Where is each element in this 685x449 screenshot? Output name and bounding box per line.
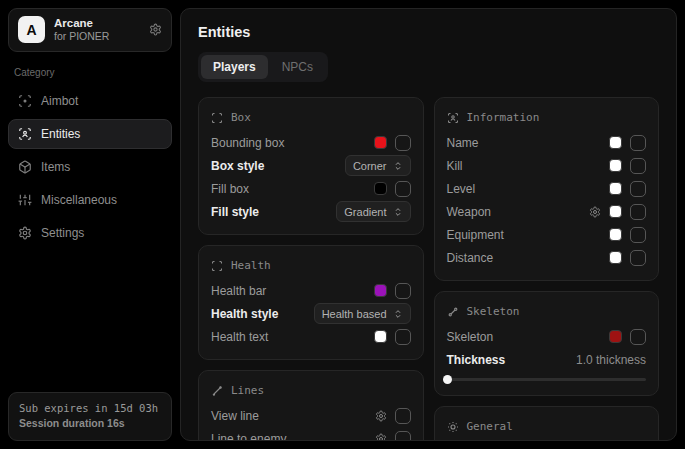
sidebar-item-aimbot[interactable]: Aimbot [8, 86, 172, 116]
setting-row-box-style: Box style Corner [211, 154, 411, 177]
setting-row-equipment: Equipment [447, 223, 647, 246]
checkbox[interactable] [630, 158, 646, 174]
setting-row-fill-style: Fill style Gradient [211, 200, 411, 223]
setting-row-distance: Distance [447, 246, 647, 269]
setting-row-name: Name [447, 131, 647, 154]
color-swatch[interactable] [374, 330, 387, 343]
checkbox[interactable] [630, 204, 646, 220]
color-swatch[interactable] [609, 136, 622, 149]
sidebar: A Arcane for PIONER Category Aimbot Enti… [8, 8, 172, 441]
setting-row-health-style: Health style Health based [211, 302, 411, 325]
sidebar-item-label: Settings [41, 226, 84, 240]
setting-row-health-text: Health text [211, 325, 411, 348]
setting-row-fill-box: Fill box [211, 177, 411, 200]
category-label: Category [14, 67, 166, 78]
chevrons-up-down-icon [393, 207, 403, 217]
checkbox[interactable] [395, 329, 411, 345]
app-logo: A [18, 16, 45, 43]
thickness-value: 1.0 thickness [576, 353, 646, 367]
setting-row-visibility-check: Visibility check [447, 440, 647, 441]
setting-row-weapon: Weapon [447, 200, 647, 223]
card-skeleton: Skeleton Skeleton Thickness 1.0 thicknes… [434, 291, 660, 396]
card-title: Health [231, 259, 271, 272]
pencil-line-icon [211, 385, 223, 397]
page-title: Entities [198, 24, 659, 40]
color-swatch[interactable] [374, 284, 387, 297]
sidebar-item-label: Aimbot [41, 94, 78, 108]
card-box: Box Bounding box Box style Corner [198, 97, 424, 235]
color-swatch[interactable] [609, 251, 622, 264]
checkbox[interactable] [395, 181, 411, 197]
setting-row-line-to-enemy: Line to enemy [211, 427, 411, 441]
checkbox[interactable] [630, 181, 646, 197]
card-general: General Visibility check Max distance 50… [434, 406, 660, 441]
health-style-dropdown[interactable]: Health based [314, 303, 411, 324]
app-name: Arcane [54, 16, 140, 30]
color-swatch[interactable] [609, 182, 622, 195]
sidebar-item-label: Items [41, 160, 70, 174]
sub-expiry-text: Sub expires in 15d 03h [19, 401, 161, 417]
subscription-card: Sub expires in 15d 03h Session duration … [8, 392, 172, 442]
chevrons-up-down-icon [393, 161, 403, 171]
setting-row-kill: Kill [447, 154, 647, 177]
setting-row-health-bar: Health bar [211, 279, 411, 302]
setting-row-thickness: Thickness 1.0 thickness [447, 348, 647, 371]
sidebar-item-label: Entities [41, 127, 80, 141]
checkbox[interactable] [630, 250, 646, 266]
color-swatch[interactable] [609, 330, 622, 343]
checkbox[interactable] [630, 227, 646, 243]
checkbox[interactable] [395, 431, 411, 442]
brand-card: A Arcane for PIONER [8, 8, 172, 52]
setting-row-bounding-box: Bounding box [211, 131, 411, 154]
thickness-slider[interactable] [447, 374, 647, 384]
gear-icon[interactable] [589, 206, 601, 218]
slider-thumb[interactable] [443, 375, 452, 384]
card-title: General [467, 420, 513, 433]
card-title: Lines [231, 384, 264, 397]
entity-scan-icon [18, 127, 32, 141]
chevrons-up-down-icon [393, 309, 403, 319]
sidebar-item-settings[interactable]: Settings [8, 218, 172, 248]
gear-icon[interactable] [375, 410, 387, 422]
entity-scan-icon [447, 112, 459, 124]
bone-icon [447, 306, 459, 318]
color-swatch[interactable] [609, 228, 622, 241]
card-health: Health Health bar Health style Health ba… [198, 245, 424, 360]
gear-icon[interactable] [149, 23, 162, 36]
card-information: Information Name Kill [434, 97, 660, 281]
setting-row-level: Level [447, 177, 647, 200]
checkbox[interactable] [630, 135, 646, 151]
sidebar-item-miscellaneous[interactable]: Miscellaneous [8, 185, 172, 215]
card-title: Information [467, 111, 540, 124]
color-swatch[interactable] [609, 159, 622, 172]
tab-players[interactable]: Players [201, 55, 268, 79]
checkbox[interactable] [395, 283, 411, 299]
gear-icon[interactable] [375, 433, 387, 442]
sidebar-item-entities[interactable]: Entities [8, 119, 172, 149]
color-swatch[interactable] [374, 136, 387, 149]
scan-brackets-icon [211, 260, 223, 272]
entity-tabs: Players NPCs [198, 52, 328, 82]
setting-row-view-line: View line [211, 404, 411, 427]
sliders-icon [18, 193, 32, 207]
sidebar-item-label: Miscellaneous [41, 193, 117, 207]
sidebar-item-items[interactable]: Items [8, 152, 172, 182]
setting-row-skeleton: Skeleton [447, 325, 647, 348]
fill-style-dropdown[interactable]: Gradient [336, 201, 410, 222]
package-icon [18, 160, 32, 174]
checkbox[interactable] [395, 408, 411, 424]
card-lines: Lines View line Line to enemy [198, 370, 424, 441]
box-style-dropdown[interactable]: Corner [345, 155, 411, 176]
app-subtitle: for PIONER [54, 30, 140, 43]
session-duration-text: Session duration 16s [19, 416, 161, 432]
sun-icon [447, 421, 459, 433]
gear-icon [18, 226, 32, 240]
color-swatch[interactable] [609, 205, 622, 218]
checkbox[interactable] [395, 135, 411, 151]
tab-npcs[interactable]: NPCs [270, 55, 325, 79]
card-title: Box [231, 111, 251, 124]
color-swatch[interactable] [374, 182, 387, 195]
sidebar-nav: Aimbot Entities Items Miscellaneous Sett… [8, 86, 172, 248]
checkbox[interactable] [630, 329, 646, 345]
main-panel: Entities Players NPCs Box Bounding box [180, 8, 677, 441]
